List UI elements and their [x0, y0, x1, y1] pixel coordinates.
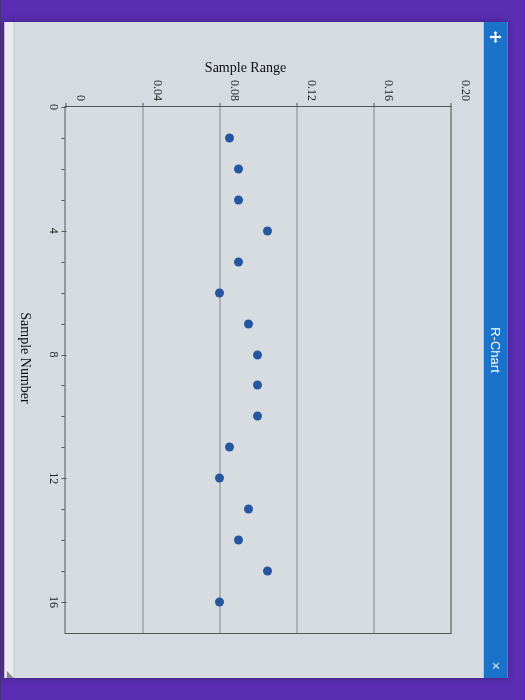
xtick-mark-minor	[61, 447, 64, 448]
xtick-mark	[61, 602, 66, 603]
data-point	[253, 412, 262, 421]
data-point	[234, 536, 243, 545]
xtick-mark	[61, 231, 66, 232]
xtick-mark-minor	[61, 293, 64, 294]
gridline-h	[296, 107, 297, 633]
titlebar[interactable]: R-Chart ×	[483, 22, 507, 678]
ytick-mark	[296, 103, 297, 107]
ytick-label: 0.20	[458, 67, 473, 101]
data-point	[215, 288, 224, 297]
data-point	[234, 257, 243, 266]
xtick-mark-minor	[61, 509, 64, 510]
xtick-mark	[61, 107, 66, 108]
plot-container: Sample Range 00.040.080.120.160.20048121…	[32, 74, 459, 642]
xtick-mark-minor	[61, 385, 64, 386]
xtick-mark-minor	[61, 571, 64, 572]
statusbar: ◢	[4, 22, 14, 678]
data-point	[234, 164, 243, 173]
gridline-h	[450, 107, 451, 633]
chart-window: R-Chart × Sample Range 00.040.080.120.16…	[4, 22, 507, 678]
data-point	[263, 226, 272, 235]
ytick-label: 0	[73, 67, 88, 101]
xtick-mark	[61, 355, 66, 356]
data-point	[253, 350, 262, 359]
gridline-h	[142, 107, 143, 633]
xtick-label: 16	[45, 596, 60, 608]
ytick-mark	[219, 103, 220, 107]
gridline-h	[219, 107, 220, 633]
resize-grip-icon[interactable]: ◢	[5, 671, 15, 676]
close-icon[interactable]: ×	[488, 662, 502, 670]
data-point	[253, 381, 262, 390]
plot: 00.040.080.120.160.200481216	[64, 106, 451, 634]
ytick-label: 0.16	[381, 67, 396, 101]
data-point	[215, 474, 224, 483]
xtick-label: 8	[45, 352, 60, 358]
data-point	[234, 195, 243, 204]
xtick-label: 4	[45, 228, 60, 234]
chart-area: Sample Range 00.040.080.120.160.20048121…	[14, 22, 483, 678]
gridline-h	[373, 107, 374, 633]
ytick-mark	[142, 103, 143, 107]
xtick-label: 0	[45, 104, 60, 110]
data-point	[224, 133, 233, 142]
data-point	[215, 598, 224, 607]
xtick-mark-minor	[61, 200, 64, 201]
move-icon[interactable]	[488, 30, 502, 44]
y-axis-label: Sample Range	[205, 60, 286, 76]
outer-frame: R-Chart × Sample Range 00.040.080.120.16…	[0, 0, 525, 700]
data-point	[243, 505, 252, 514]
ytick-mark	[450, 103, 451, 107]
xtick-mark-minor	[61, 416, 64, 417]
xtick-mark-minor	[61, 169, 64, 170]
ytick-label: 0.04	[150, 67, 165, 101]
x-axis-label: Sample Number	[16, 312, 32, 403]
data-point	[263, 567, 272, 576]
xtick-mark	[61, 478, 66, 479]
xtick-mark-minor	[61, 540, 64, 541]
ytick-mark	[373, 103, 374, 107]
xtick-mark-minor	[61, 324, 64, 325]
ytick-label: 0.08	[227, 67, 242, 101]
xtick-mark-minor	[61, 138, 64, 139]
rotated-viewport: R-Chart × Sample Range 00.040.080.120.16…	[0, 0, 525, 700]
xtick-label: 12	[45, 472, 60, 484]
data-point	[243, 319, 252, 328]
ytick-label: 0.12	[304, 67, 319, 101]
xtick-mark-minor	[61, 262, 64, 263]
window-title: R-Chart	[488, 327, 503, 373]
data-point	[224, 443, 233, 452]
